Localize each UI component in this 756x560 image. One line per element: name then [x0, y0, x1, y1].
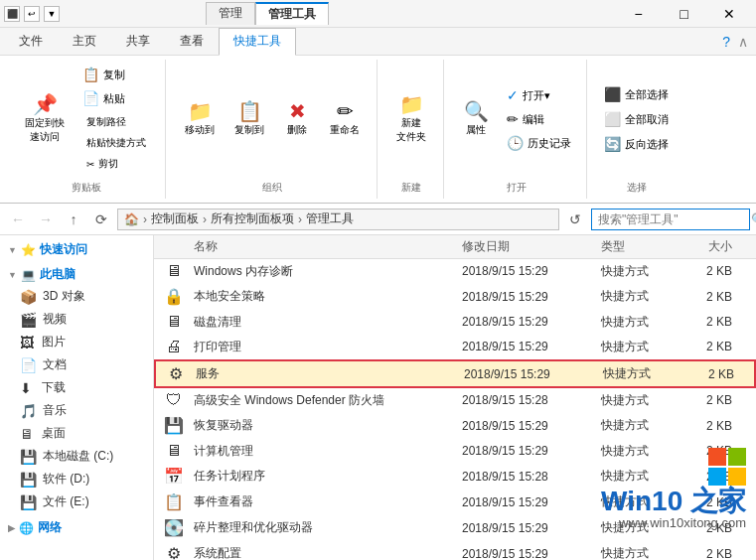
file-type-5: 快捷方式 — [601, 392, 680, 409]
file-type-0: 快捷方式 — [601, 263, 680, 280]
collapse-quickaccess-icon: ▼ — [8, 245, 17, 255]
col-header-name[interactable]: 名称 — [154, 238, 462, 255]
history-button[interactable]: 🕒 历史记录 — [500, 132, 578, 154]
delete-button[interactable]: ✖ 删除 — [275, 89, 319, 149]
file-item-6[interactable]: 💾 恢复驱动器 2018/9/15 15:29 快捷方式 2 KB — [154, 413, 756, 439]
file-item-10[interactable]: 💽 碎片整理和优化驱动器 2018/9/15 15:29 快捷方式 2 KB — [154, 515, 756, 541]
invert-select-button[interactable]: 🔄 反向选择 — [597, 133, 676, 155]
file-icon-10: 💽 — [154, 518, 194, 537]
address-path[interactable]: 🏠 › 控制面板 › 所有控制面板项 › 管理工具 — [117, 209, 559, 230]
select-buttons: ⬛ 全部选择 ⬜ 全部取消 🔄 反向选择 — [597, 64, 676, 175]
sidebar-header-quickaccess[interactable]: ▼ ⭐ 快速访问 — [0, 239, 153, 260]
quick-access-icon1[interactable]: ⬛ — [4, 6, 20, 22]
select-all-button[interactable]: ⬛ 全部选择 — [597, 83, 676, 105]
new-folder-button[interactable]: 📁 新建 文件夹 — [387, 89, 435, 149]
refresh-button[interactable]: ⟳ — [89, 208, 113, 231]
file-size-1: 2 KB — [680, 290, 740, 304]
sidebar-item-3dobjects[interactable]: 📦 3D 对象 — [0, 285, 153, 308]
file-item-4[interactable]: ⚙ 服务 2018/9/15 15:29 快捷方式 2 KB — [154, 359, 756, 388]
file-size-4: 2 KB — [682, 367, 742, 381]
file-item-8[interactable]: 📅 任务计划程序 2018/9/15 15:28 快捷方式 2 KB — [154, 464, 756, 490]
search-box: 🔍 — [591, 209, 750, 230]
file-item-7[interactable]: 🖥 计算机管理 2018/9/15 15:29 快捷方式 2 KB — [154, 439, 756, 464]
maximize-button[interactable]: □ — [662, 0, 706, 28]
file-item-5[interactable]: 🛡 高级安全 Windows Defender 防火墙 2018/9/15 15… — [154, 388, 756, 413]
ribbon-group-clipboard: 📌 固定到快 速访问 📋 复制 📄 粘贴 复制路径 — [8, 60, 166, 199]
music-label: 音乐 — [43, 402, 67, 419]
quick-access-icon3[interactable]: ▼ — [44, 6, 60, 22]
breadcrumb-part-1[interactable]: 控制面板 — [151, 210, 199, 227]
ribbon-tab-shortcut[interactable]: 快捷工具 — [219, 28, 296, 56]
sidebar-item-drivc[interactable]: 💾 本地磁盘 (C:) — [0, 445, 153, 468]
title-bar: ⬛ ↩ ▼ 管理 管理工具 − □ ✕ — [0, 0, 756, 28]
open-button[interactable]: ✓ 打开▾ — [500, 84, 578, 106]
file-item-1[interactable]: 🔒 本地安全策略 2018/9/15 15:29 快捷方式 2 KB — [154, 284, 756, 310]
ribbon-tab-share[interactable]: 共享 — [111, 28, 165, 55]
select-none-button[interactable]: ⬜ 全部取消 — [597, 108, 676, 130]
file-date-5: 2018/9/15 15:28 — [462, 393, 601, 407]
sidebar-header-thispc[interactable]: ▼ 💻 此电脑 — [0, 264, 153, 285]
file-size-7: 2 KB — [680, 444, 740, 458]
new-folder-icon: 📁 — [399, 94, 424, 114]
copy-to-button[interactable]: 📋 复制到 — [226, 89, 273, 149]
minimize-button[interactable]: − — [616, 0, 661, 28]
file-item-11[interactable]: ⚙ 系统配置 2018/9/15 15:29 快捷方式 2 KB — [154, 541, 756, 560]
help-icon[interactable]: ? — [722, 34, 730, 50]
breadcrumb-part-3[interactable]: 管理工具 — [306, 210, 354, 227]
file-item-3[interactable]: 🖨 打印管理 2018/9/15 15:29 快捷方式 2 KB — [154, 335, 756, 359]
file-list: 名称 修改日期 类型 大小 🖥 Windows 内存诊断 2018/9/15 1… — [154, 235, 756, 560]
sidebar-item-pictures[interactable]: 🖼 图片 — [0, 331, 153, 353]
search-input[interactable] — [598, 212, 747, 226]
sidebar-item-documents[interactable]: 📄 文档 — [0, 353, 153, 376]
back-button[interactable]: ← — [6, 208, 30, 231]
pin-icon: 📌 — [33, 94, 58, 114]
file-size-3: 2 KB — [680, 340, 740, 353]
sidebar-item-drive[interactable]: 💾 文件 (E:) — [0, 490, 153, 513]
ribbon-collapse-icon[interactable]: ∧ — [738, 34, 748, 50]
file-name-10: 碎片整理和优化驱动器 — [194, 519, 462, 536]
title-tab-manage-tools[interactable]: 管理工具 — [255, 2, 329, 25]
up-button[interactable]: ↑ — [62, 208, 85, 231]
drivd-label: 软件 (D:) — [43, 471, 89, 488]
sidebar-item-drivd[interactable]: 💾 软件 (D:) — [0, 468, 153, 490]
cut-button[interactable]: ✂ 剪切 — [79, 154, 153, 174]
ribbon-tab-file[interactable]: 文件 — [4, 28, 58, 55]
pin-button[interactable]: 📌 固定到快 速访问 — [16, 89, 74, 149]
sidebar-item-music[interactable]: 🎵 音乐 — [0, 399, 153, 422]
ribbon-tab-view[interactable]: 查看 — [165, 28, 219, 55]
search-icon[interactable]: 🔍 — [751, 212, 756, 226]
col-header-size[interactable]: 大小 — [680, 238, 740, 255]
col-header-date[interactable]: 修改日期 — [462, 238, 601, 255]
properties-button[interactable]: 🔍 属性 — [454, 89, 498, 149]
file-date-0: 2018/9/15 15:29 — [462, 264, 601, 278]
sidebar-item-video[interactable]: 🎬 视频 — [0, 308, 153, 331]
file-date-7: 2018/9/15 15:29 — [462, 444, 601, 458]
paste-shortcut-button[interactable]: 粘贴快捷方式 — [79, 133, 153, 153]
forward-button[interactable]: → — [34, 208, 58, 231]
edit-button[interactable]: ✏ 编辑 — [500, 108, 578, 130]
paste-button[interactable]: 📄 粘贴 — [76, 87, 157, 109]
breadcrumb-part-2[interactable]: 所有控制面板项 — [211, 210, 294, 227]
file-item-2[interactable]: 🖥 磁盘清理 2018/9/15 15:29 快捷方式 2 KB — [154, 310, 756, 335]
close-button[interactable]: ✕ — [707, 0, 752, 28]
sidebar-header-network[interactable]: ▶ 🌐 网络 — [0, 517, 153, 538]
drivd-icon: 💾 — [20, 472, 37, 488]
copy-button[interactable]: 📋 复制 — [76, 64, 157, 85]
pictures-icon: 🖼 — [20, 335, 36, 350]
documents-icon: 📄 — [20, 357, 37, 373]
quick-access-icon2[interactable]: ↩ — [24, 6, 40, 22]
copy-path-button[interactable]: 复制路径 — [79, 112, 153, 132]
file-name-4: 服务 — [196, 365, 464, 382]
sidebar-item-desktop[interactable]: 🖥 桌面 — [0, 422, 153, 445]
file-date-2: 2018/9/15 15:29 — [462, 315, 601, 329]
rename-button[interactable]: ✏ 重命名 — [321, 89, 369, 149]
ribbon-tab-home[interactable]: 主页 — [58, 28, 111, 55]
sidebar-item-downloads[interactable]: ⬇ 下载 — [0, 376, 153, 399]
refresh-path-button[interactable]: ↺ — [563, 208, 587, 231]
col-header-type[interactable]: 类型 — [601, 238, 680, 255]
file-item-9[interactable]: 📋 事件查看器 2018/9/15 15:29 快捷方式 2 KB — [154, 490, 756, 515]
file-item-0[interactable]: 🖥 Windows 内存诊断 2018/9/15 15:29 快捷方式 2 KB — [154, 259, 756, 284]
move-button[interactable]: 📁 移动到 — [176, 89, 224, 149]
file-size-10: 2 KB — [680, 521, 740, 535]
title-tab-manage[interactable]: 管理 — [206, 2, 255, 25]
